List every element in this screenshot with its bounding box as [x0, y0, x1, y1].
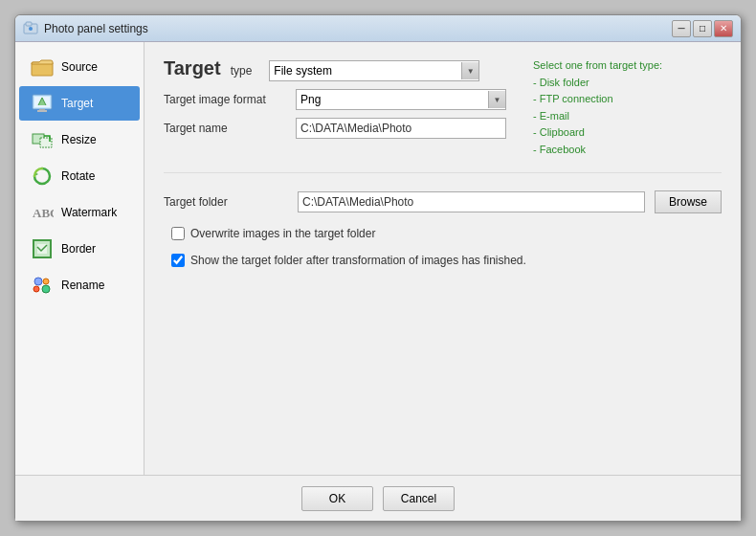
svg-point-16: [33, 286, 39, 292]
target-icon: [31, 92, 54, 115]
folder-icon: [31, 56, 54, 78]
type-dropdown-arrow: ▼: [461, 62, 478, 79]
sidebar-target-label: Target: [61, 97, 93, 110]
footer: OK Cancel: [15, 475, 741, 521]
sidebar-item-resize[interactable]: Resize: [19, 123, 140, 157]
show-folder-checkbox[interactable]: [171, 254, 185, 267]
window-title: Photo panel settings: [44, 22, 666, 35]
sidebar-item-border[interactable]: Border: [19, 232, 140, 266]
svg-text:ABC: ABC: [33, 206, 54, 220]
minimize-button[interactable]: ─: [672, 20, 691, 37]
svg-point-15: [43, 279, 49, 284]
top-row: Target type File system ▼ Target image f…: [164, 57, 722, 159]
target-folder-input[interactable]: [298, 191, 645, 212]
help-item-3: - Clipboard: [533, 126, 585, 138]
main-window: Photo panel settings ─ □ ✕ Source: [14, 14, 742, 522]
border-icon: [31, 237, 54, 260]
window-controls: ─ □ ✕: [672, 20, 733, 37]
sidebar-item-rename[interactable]: Rename: [19, 268, 140, 302]
overwrite-label: Overwrite images in the target folder: [190, 227, 375, 240]
sidebar-item-watermark[interactable]: ABC Watermark: [19, 195, 140, 230]
overwrite-row: Overwrite images in the target folder: [171, 227, 722, 240]
resize-icon: [31, 128, 54, 151]
type-label: type: [231, 64, 253, 78]
image-format-label: Target image format: [164, 93, 288, 106]
target-name-input[interactable]: [296, 118, 506, 139]
type-dropdown[interactable]: File system ▼: [269, 60, 479, 81]
help-item-4: - Facebook: [533, 144, 586, 155]
titlebar-icon: [23, 21, 38, 36]
help-item-1: - FTP connection: [533, 93, 613, 104]
window-body: Source Target: [15, 42, 741, 475]
top-left: Target type File system ▼ Target image f…: [164, 57, 506, 139]
close-button[interactable]: ✕: [714, 20, 733, 37]
help-title: Select one from target type:: [533, 59, 662, 71]
sidebar-source-label: Source: [61, 60, 98, 74]
image-format-value: Png: [300, 93, 321, 106]
svg-point-17: [42, 285, 50, 293]
sidebar-rotate-label: Rotate: [61, 169, 95, 183]
section-title: Target: [164, 57, 221, 79]
svg-rect-7: [37, 110, 47, 112]
target-name-row: Target name: [164, 118, 506, 139]
maximize-button[interactable]: □: [693, 20, 712, 37]
image-format-dropdown-arrow: ▼: [488, 91, 505, 108]
sidebar-border-label: Border: [61, 242, 96, 256]
help-item-0: - Disk folder: [533, 77, 589, 88]
svg-point-14: [34, 278, 42, 285]
show-folder-label: Show the target folder after transformat…: [190, 254, 526, 267]
sidebar-item-source[interactable]: Source: [19, 50, 140, 84]
type-dropdown-value: File system: [274, 64, 332, 78]
help-text: Select one from target type: - Disk fold…: [533, 57, 662, 159]
watermark-icon: ABC: [31, 201, 54, 224]
sidebar-item-target[interactable]: Target: [19, 86, 140, 121]
sidebar-rename-label: Rename: [61, 279, 104, 292]
sidebar-watermark-label: Watermark: [61, 206, 117, 219]
sidebar: Source Target: [15, 42, 145, 475]
cancel-button[interactable]: Cancel: [383, 486, 455, 511]
target-folder-label: Target folder: [164, 195, 288, 209]
target-name-label: Target name: [164, 122, 288, 135]
browse-button[interactable]: Browse: [655, 190, 722, 213]
help-panel: Select one from target type: - Disk fold…: [525, 57, 662, 159]
image-format-row: Target image format Png ▼: [164, 89, 506, 110]
divider: [164, 172, 722, 173]
sidebar-resize-label: Resize: [61, 133, 97, 146]
titlebar: Photo panel settings ─ □ ✕: [15, 15, 741, 42]
ok-button[interactable]: OK: [301, 486, 373, 511]
svg-point-2: [29, 27, 33, 31]
rotate-icon: [31, 165, 54, 188]
svg-rect-1: [26, 22, 32, 26]
main-content: Target type File system ▼ Target image f…: [145, 42, 741, 475]
overwrite-checkbox[interactable]: [171, 227, 185, 240]
target-folder-row: Target folder Browse: [164, 190, 722, 213]
rename-icon: [31, 274, 54, 297]
sidebar-item-rotate[interactable]: Rotate: [19, 159, 140, 193]
image-format-dropdown[interactable]: Png ▼: [296, 89, 506, 110]
help-item-2: - E-mail: [533, 110, 569, 122]
show-folder-row: Show the target folder after transformat…: [171, 254, 722, 267]
